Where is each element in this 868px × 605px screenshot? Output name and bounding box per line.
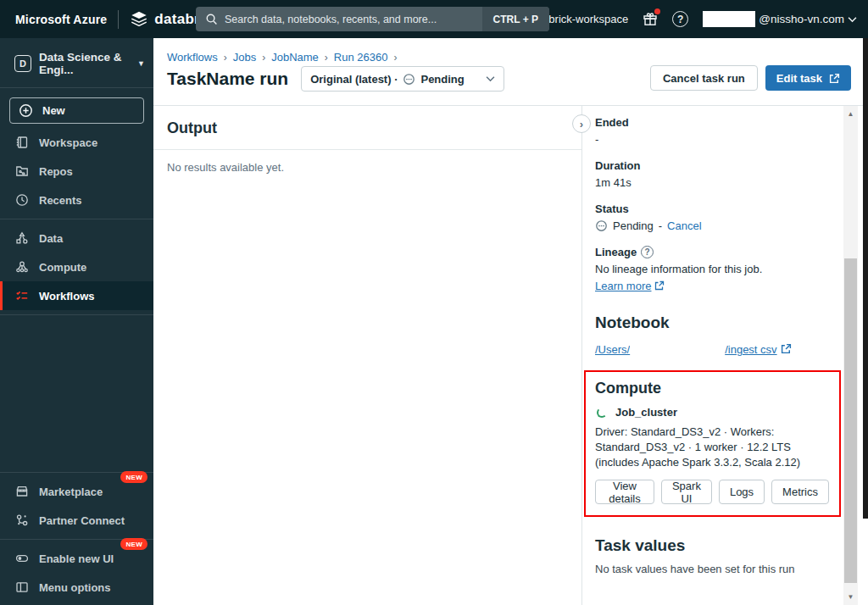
- sidebar-item-workspace[interactable]: Workspace: [0, 128, 153, 157]
- breadcrumb-separator-icon: ›: [224, 52, 227, 64]
- lineage-learn-more-link[interactable]: Learn more: [595, 280, 651, 292]
- ended-field: Ended -: [595, 116, 826, 147]
- topbar-right-cluster: dtbrick-workspace ? @nissh: [539, 11, 857, 27]
- cancel-task-run-button[interactable]: Cancel task run: [650, 65, 758, 91]
- cluster-spinner-icon: [597, 408, 607, 418]
- status-value: Pending: [613, 219, 654, 233]
- databricks-run-page: Microsoft Azure databricks CTRL + P: [0, 0, 868, 605]
- sidebar-item-label: Partner Connect: [39, 514, 125, 527]
- logs-button[interactable]: Logs: [719, 480, 765, 504]
- status-cancel-link[interactable]: Cancel: [667, 219, 701, 233]
- azure-label: Microsoft Azure: [15, 13, 107, 26]
- run-selector-label: Original (latest) ·: [310, 73, 398, 86]
- workspace-switcher[interactable]: D Data Science & Engi... ▼: [0, 38, 153, 87]
- output-divider: [153, 149, 581, 150]
- breadcrumb-jobname[interactable]: JobName: [271, 51, 319, 64]
- layout-panel-icon: [14, 580, 29, 594]
- cluster-description: Driver: Standard_DS3_v2 · Workers: Stand…: [595, 425, 829, 470]
- notebook-path-prefix: /Users/: [595, 343, 630, 356]
- breadcrumb-separator-icon: ›: [262, 52, 265, 64]
- sidebar-item-label: Repos: [39, 165, 73, 178]
- run-content: Output No results available yet. › Ended…: [153, 106, 868, 605]
- sidebar: D Data Science & Engi... ▼ New Workspace: [0, 38, 153, 605]
- main-area: Workflows › Jobs › JobName › Run 26360 ›…: [153, 38, 868, 605]
- workflows-checklist-icon: [14, 289, 29, 302]
- scroll-up-arrow[interactable]: ▲: [843, 108, 858, 120]
- plus-circle-icon: [19, 103, 33, 118]
- run-header: Workflows › Jobs › JobName › Run 26360 ›…: [153, 38, 868, 106]
- compute-annotation-box: Compute Job_cluster Driver: Standard_DS3…: [584, 370, 841, 517]
- panel-scrollbar[interactable]: ▲ ▼: [843, 106, 858, 605]
- scrollbar-thumb[interactable]: [844, 258, 857, 583]
- sidebar-item-new[interactable]: New: [9, 97, 144, 124]
- chevron-down-icon: [848, 16, 857, 23]
- persona-d-icon: D: [14, 55, 31, 72]
- clock-icon: [14, 193, 29, 207]
- title-row: TaskName run Original (latest) · Pending: [167, 66, 504, 92]
- workspace-name[interactable]: dtbrick-workspace: [539, 13, 628, 25]
- search-input[interactable]: [225, 14, 482, 25]
- breadcrumb-jobs[interactable]: Jobs: [233, 51, 256, 64]
- status-value-row: Pending - Cancel: [595, 219, 826, 233]
- toggle-icon: [14, 552, 29, 565]
- breadcrumb-run[interactable]: Run 26360: [334, 51, 388, 64]
- edit-task-label: Edit task: [776, 72, 822, 85]
- status-field: Status Pending - Cancel: [595, 203, 826, 233]
- output-empty-message: No results available yet.: [167, 161, 284, 174]
- sidebar-item-label: Data: [39, 232, 63, 245]
- sidebar-item-marketplace[interactable]: Marketplace NEW: [0, 477, 153, 506]
- sidebar-divider: [0, 87, 153, 88]
- storefront-icon: [14, 485, 29, 498]
- sidebar-item-data[interactable]: Data: [0, 224, 153, 253]
- run-version-select[interactable]: Original (latest) · Pending: [301, 66, 504, 92]
- view-details-button[interactable]: View details: [595, 480, 654, 504]
- notebook-path-link[interactable]: /Users//ingest csv: [595, 341, 777, 356]
- pending-status-icon: [595, 219, 608, 232]
- scroll-down-arrow[interactable]: ▼: [843, 591, 858, 603]
- sidebar-item-workflows[interactable]: Workflows: [0, 281, 153, 310]
- notification-dot: [654, 8, 660, 14]
- duration-label: Duration: [595, 159, 826, 172]
- compute-buttons-row: View details Spark UI Logs Metrics: [595, 480, 829, 504]
- spark-ui-button[interactable]: Spark UI: [661, 480, 712, 504]
- global-search[interactable]: CTRL + P: [196, 7, 549, 31]
- sidebar-item-compute[interactable]: Compute: [0, 253, 153, 281]
- notebook-path-redaction: [630, 341, 725, 353]
- sidebar-divider: [0, 314, 153, 315]
- notebook-path-suffix: /ingest csv: [725, 343, 776, 356]
- cluster-icon: [14, 260, 29, 274]
- sidebar-item-menu-options[interactable]: Menu options: [0, 573, 153, 602]
- run-details-panel: Ended - Duration 1m 41s Status: [582, 106, 843, 605]
- status-label: Status: [595, 203, 826, 215]
- lineage-label: Lineage: [595, 246, 637, 258]
- sidebar-item-recents[interactable]: Recents: [0, 186, 153, 214]
- sidebar-item-label: Recents: [39, 194, 82, 207]
- search-shortcut-badge: CTRL + P: [482, 7, 549, 31]
- edit-task-button[interactable]: Edit task: [765, 65, 851, 91]
- notebook-icon: [14, 136, 29, 149]
- data-shapes-icon: [14, 231, 29, 245]
- breadcrumb: Workflows › Jobs › JobName › Run 26360 ›: [167, 51, 397, 64]
- sidebar-item-partner-connect[interactable]: Partner Connect: [0, 506, 153, 535]
- task-values-heading: Task values: [595, 536, 826, 555]
- metrics-button[interactable]: Metrics: [771, 480, 829, 504]
- new-badge: NEW: [120, 538, 147, 550]
- chevron-down-icon: [486, 75, 495, 82]
- output-pane: Output No results available yet.: [153, 106, 581, 605]
- sidebar-item-enable-new-ui[interactable]: Enable new UI NEW: [0, 544, 153, 573]
- sidebar-item-label: Marketplace: [39, 486, 103, 498]
- user-menu[interactable]: @nissho-vn.com: [703, 11, 857, 27]
- lineage-help-icon[interactable]: ?: [641, 246, 654, 258]
- sidebar-item-label: New: [42, 104, 65, 117]
- sidebar-item-repos[interactable]: Repos: [0, 157, 153, 186]
- pending-status-icon: [403, 73, 415, 86]
- whats-new-gift-button[interactable]: [643, 12, 658, 27]
- task-values-message: No task values have been set for this ru…: [595, 563, 826, 575]
- notebook-heading: Notebook: [595, 314, 826, 332]
- lineage-label-row: Lineage ?: [595, 246, 826, 258]
- cluster-row: Job_cluster: [597, 406, 829, 419]
- sidebar-item-label: Compute: [39, 261, 86, 274]
- collapse-panel-button[interactable]: ›: [572, 114, 591, 133]
- help-button[interactable]: ?: [672, 11, 688, 27]
- breadcrumb-workflows[interactable]: Workflows: [167, 51, 218, 64]
